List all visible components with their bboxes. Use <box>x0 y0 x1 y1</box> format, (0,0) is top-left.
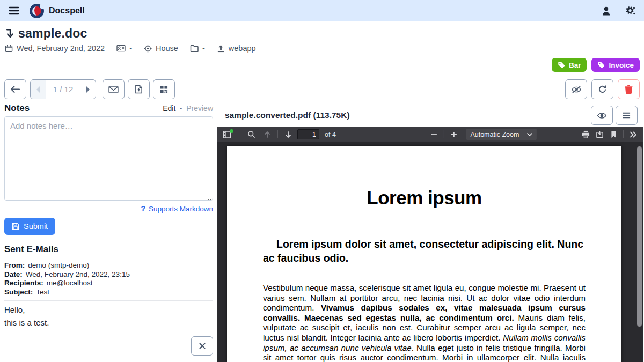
pdf-viewer: of 4 Automatic Zoom <box>217 127 643 362</box>
brand-name[interactable]: Docspell <box>49 6 85 16</box>
attachment-menu-button[interactable] <box>616 106 638 125</box>
field-label: Recipients: <box>4 279 43 288</box>
pdf-scrollbar-thumb[interactable] <box>637 146 642 327</box>
doc-source[interactable]: webapp <box>229 44 256 53</box>
email-field-recipients: Recipients: me@localhost <box>4 279 213 288</box>
pdf-more-tools-icon[interactable] <box>626 129 640 141</box>
email-field-date: Date: Wed, February 2nd, 2022, 23:15 <box>4 270 213 279</box>
docspell-logo-icon[interactable] <box>30 4 44 18</box>
field-label: Subject: <box>4 288 33 297</box>
tag-label: Invoice <box>609 61 634 69</box>
notes-edit-tab[interactable]: Edit <box>163 104 175 113</box>
tag-icon <box>597 61 605 69</box>
markdown-hint-label: Supports Markdown <box>149 205 213 213</box>
chevron-down-icon <box>526 133 532 136</box>
tag-invoice[interactable]: Invoice <box>591 58 640 72</box>
submit-notes-button[interactable]: Submit <box>4 218 55 235</box>
user-icon[interactable] <box>601 5 612 17</box>
pdf-toolbar: of 4 Automatic Zoom <box>217 127 643 142</box>
tag-bar[interactable]: Bar <box>552 58 587 72</box>
document-meta: Wed, February 2nd, 2022 - House - webapp <box>5 44 256 53</box>
markdown-hint-link[interactable]: ? Supports Markdown <box>4 204 213 213</box>
pdf-sidebar-toggle-icon[interactable] <box>220 129 234 141</box>
unconfirm-eye-slash-button[interactable] <box>565 79 587 99</box>
pdf-prev-page-icon[interactable] <box>260 129 274 141</box>
field-label: From: <box>4 261 25 270</box>
pdf-document-title: Lorem ipsum <box>263 187 586 209</box>
address-card-icon <box>116 45 126 52</box>
email-field-from: From: demo (smtp-demo) <box>4 261 213 270</box>
delete-button[interactable] <box>618 79 640 99</box>
pdf-search-icon[interactable] <box>244 129 258 141</box>
pdf-zoom-value: Automatic Zoom <box>470 131 519 138</box>
page-title: sample.doc <box>18 26 87 41</box>
pdf-bookmark-icon[interactable] <box>606 129 620 141</box>
email-body: Hello, this is a test. <box>4 300 213 327</box>
crosshair-icon <box>144 45 152 53</box>
reprocess-button[interactable] <box>591 79 613 99</box>
field-value: demo (smtp-demo) <box>28 261 89 270</box>
pdf-page: Lorem ipsum Lorem ipsum dolor sit amet, … <box>227 146 621 362</box>
pdf-zoom-select[interactable]: Automatic Zoom <box>466 129 536 140</box>
attachment-panel: sample.converted.pdf (113.75K) <box>217 105 644 362</box>
pdf-document-paragraph: Vestibulum neque massa, scelerisque sit … <box>263 283 586 362</box>
attachment-filename: sample.converted.pdf (113.75K) <box>225 110 350 120</box>
field-value: me@localhost <box>47 279 93 288</box>
notes-preview-tab[interactable]: Preview <box>186 104 213 113</box>
settings-gears-icon[interactable] <box>625 5 636 17</box>
notes-heading: Notes <box>4 103 30 114</box>
calendar-icon <box>5 45 13 53</box>
email-meta: From: demo (smtp-demo) Date: Wed, Februa… <box>4 258 213 297</box>
left-sidebar: Notes Edit • Preview ? Supports Markdown… <box>4 103 213 356</box>
field-value: Wed, February 2nd, 2022, 23:15 <box>26 270 130 279</box>
doc-correspondent: - <box>129 44 132 53</box>
download-arrow-icon <box>5 28 14 39</box>
submit-label: Submit <box>24 222 48 231</box>
pdf-print-icon[interactable] <box>579 129 592 141</box>
email-field-subject: Subject: Test <box>4 288 213 297</box>
notification-dot <box>230 129 233 133</box>
pdf-zoom-out-icon[interactable] <box>427 129 441 141</box>
tag-icon <box>558 61 565 69</box>
send-mail-button[interactable] <box>103 79 125 99</box>
page-navigator: 1 / 12 <box>30 79 96 99</box>
notes-input[interactable] <box>4 116 213 201</box>
menu-icon[interactable] <box>8 4 20 17</box>
doc-folder: - <box>202 44 205 53</box>
sent-emails-heading: Sent E-Mails <box>4 244 213 255</box>
email-body-line: Hello, <box>4 305 213 314</box>
pdf-page-of-label: of 4 <box>325 131 336 138</box>
add-file-button[interactable] <box>128 79 150 99</box>
pdf-zoom-in-icon[interactable] <box>447 129 460 141</box>
back-button[interactable] <box>4 79 26 99</box>
pdf-page-input[interactable] <box>297 129 319 139</box>
next-page-button[interactable] <box>80 80 96 99</box>
prev-page-button[interactable] <box>31 80 46 99</box>
close-email-button[interactable] <box>191 336 213 356</box>
field-label: Date: <box>4 270 23 279</box>
qrcode-button[interactable] <box>153 79 175 99</box>
question-icon: ? <box>141 204 145 213</box>
page-count-label: 1 / 12 <box>46 80 80 99</box>
upload-icon <box>217 45 225 53</box>
item-toolbar: 1 / 12 <box>4 79 640 99</box>
doc-concerning[interactable]: House <box>156 44 178 53</box>
tab-separator: • <box>180 105 182 112</box>
pdf-document-heading: Lorem ipsum dolor sit amet, consectetur … <box>263 237 586 265</box>
tag-label: Bar <box>569 61 581 69</box>
pdf-scrollbar[interactable] <box>635 143 643 362</box>
pdf-download-icon[interactable] <box>592 129 606 141</box>
preview-eye-button[interactable] <box>591 106 613 125</box>
tags-row: Bar Invoice <box>552 58 640 72</box>
document-header: sample.doc <box>5 26 87 41</box>
doc-date: Wed, February 2nd, 2022 <box>17 44 105 53</box>
pdf-next-page-icon[interactable] <box>281 129 295 141</box>
save-icon <box>12 223 19 230</box>
top-navbar: Docspell <box>0 0 644 21</box>
email-body-line: this is a test. <box>4 318 213 327</box>
folder-icon <box>190 45 199 52</box>
field-value: Test <box>36 288 49 297</box>
